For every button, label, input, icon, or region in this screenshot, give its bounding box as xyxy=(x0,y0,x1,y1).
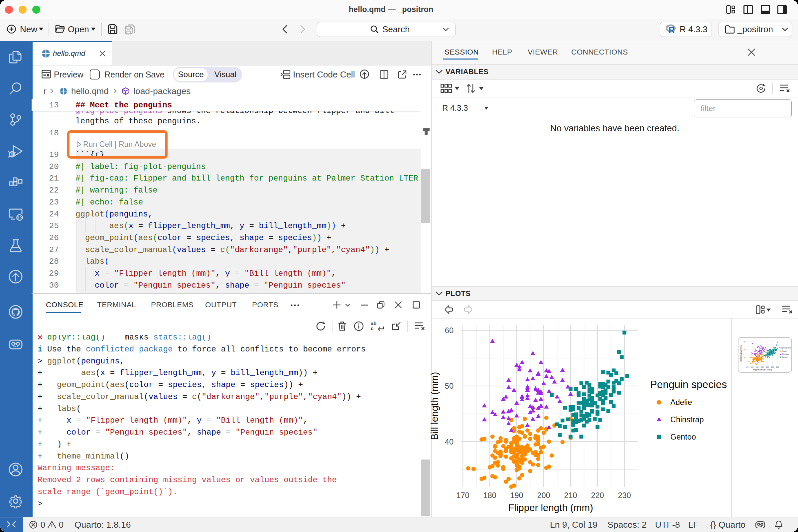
svg-text:Penguin species: Penguin species xyxy=(650,378,727,391)
svg-text:40: 40 xyxy=(445,438,454,446)
svg-text:Bill length (mm): Bill length (mm) xyxy=(429,372,440,440)
svg-text:Flipper length (mm): Flipper length (mm) xyxy=(508,502,593,513)
svg-text:180: 180 xyxy=(483,491,496,500)
svg-text:Adelie: Adelie xyxy=(670,398,692,407)
svg-text:200: 200 xyxy=(537,491,550,500)
svg-text:200: 200 xyxy=(761,366,764,368)
svg-text:R: R xyxy=(669,25,674,35)
svg-text:210: 210 xyxy=(766,366,769,368)
svg-text:180: 180 xyxy=(751,366,754,368)
svg-text:60: 60 xyxy=(743,341,745,343)
svg-text:210: 210 xyxy=(564,491,577,500)
svg-text:Flipper length (mm): Flipper length (mm) xyxy=(753,368,772,371)
svg-text:Gentoo: Gentoo xyxy=(782,356,788,358)
svg-text:60: 60 xyxy=(445,326,454,335)
svg-text:230: 230 xyxy=(618,491,631,500)
svg-text:220: 220 xyxy=(591,491,604,500)
svg-text:Adelie: Adelie xyxy=(782,350,787,352)
svg-text:230: 230 xyxy=(776,366,779,368)
svg-text:Chinstrap: Chinstrap xyxy=(670,415,704,424)
svg-text:Chinstrap: Chinstrap xyxy=(782,353,790,355)
svg-text:220: 220 xyxy=(771,366,774,368)
svg-text:50: 50 xyxy=(445,382,454,391)
svg-text:170: 170 xyxy=(456,491,469,500)
svg-text:50: 50 xyxy=(743,349,745,351)
svg-text:Penguin species: Penguin species xyxy=(779,347,791,349)
svg-text:190: 190 xyxy=(756,366,759,368)
svg-text:Gentoo: Gentoo xyxy=(670,433,696,441)
svg-text:190: 190 xyxy=(510,491,523,500)
svg-text:40: 40 xyxy=(743,357,745,359)
svg-text:Bill length (mm): Bill length (mm) xyxy=(740,345,742,362)
svg-text:170: 170 xyxy=(746,366,749,368)
